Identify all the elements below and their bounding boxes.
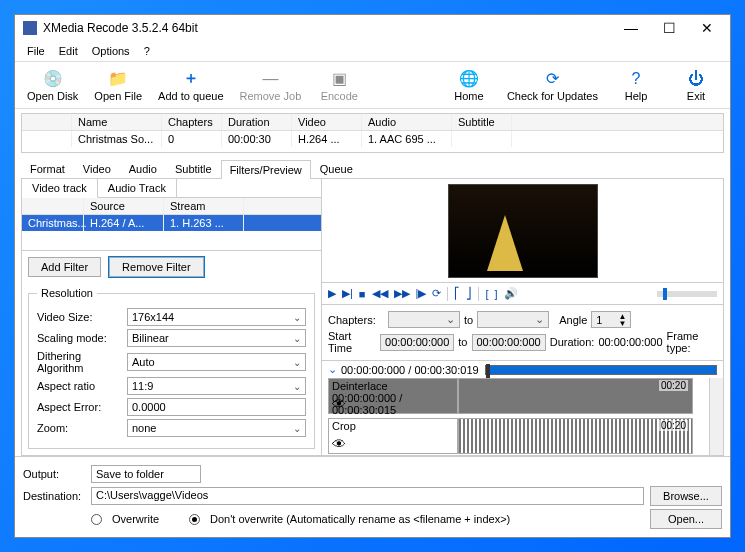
globe-icon: 🌐 xyxy=(459,69,479,89)
aspect-error-field[interactable]: 0.0000 xyxy=(127,398,306,416)
next-frame-icon[interactable]: ▶| xyxy=(342,287,353,300)
volume-icon[interactable]: 🔊 xyxy=(504,287,518,300)
menu-file[interactable]: File xyxy=(21,43,51,59)
minimize-button[interactable]: — xyxy=(612,16,650,40)
angle-spinner[interactable]: 1▲▼ xyxy=(591,311,631,328)
browse-button[interactable]: Browse... xyxy=(650,486,722,506)
clip-track[interactable]: 00:20 xyxy=(458,378,693,414)
encode-button[interactable]: ▣Encode xyxy=(309,64,369,106)
eye-icon: 👁 xyxy=(332,436,346,452)
col-video[interactable]: Video xyxy=(292,114,362,130)
col-chapters[interactable]: Chapters xyxy=(162,114,222,130)
disc-icon: 💿 xyxy=(43,69,63,89)
toolbar: 💿Open Disk 📁Open File ＋Add to queue —Rem… xyxy=(15,61,730,109)
aspect-ratio-select[interactable]: 11:9 xyxy=(127,377,306,395)
tab-subtitle[interactable]: Subtitle xyxy=(166,159,221,178)
track-row[interactable]: Christmas... H.264 / A... 1. H.263 ... xyxy=(22,215,321,231)
end-time-field[interactable]: 00:00:00:000 xyxy=(472,334,546,351)
col-name[interactable]: Name xyxy=(72,114,162,130)
plus-icon: ＋ xyxy=(183,69,199,89)
exit-button[interactable]: ⏻Exit xyxy=(666,64,726,106)
expand-icon[interactable]: ⌄ xyxy=(328,363,337,376)
preview-image xyxy=(448,184,598,278)
rewind-icon[interactable]: ◀◀ xyxy=(372,287,388,300)
duration-value: 00:00:00:000 xyxy=(598,336,662,348)
dont-overwrite-radio[interactable] xyxy=(189,514,200,525)
open-button[interactable]: Open... xyxy=(650,509,722,529)
output-select[interactable]: Save to folder xyxy=(91,465,201,483)
open-file-button[interactable]: 📁Open File xyxy=(86,64,150,106)
col-source[interactable]: Source xyxy=(84,198,164,214)
clip-track[interactable]: 00:20 xyxy=(458,418,693,454)
vertical-scrollbar[interactable] xyxy=(709,378,723,455)
play-icon[interactable]: ▶ xyxy=(328,287,336,300)
subtab-audio-track[interactable]: Audio Track xyxy=(98,179,177,197)
step-icon[interactable]: |▶ xyxy=(416,287,427,300)
start-time-field[interactable]: 00:00:00:000 xyxy=(380,334,454,351)
file-row[interactable]: Christmas So... 0 00:00:30 H.264 ... 1. … xyxy=(22,131,723,147)
close-button[interactable]: ✕ xyxy=(688,16,726,40)
folder-icon: 📁 xyxy=(108,69,128,89)
col-subtitle[interactable]: Subtitle xyxy=(452,114,512,130)
clip-list: Deinterlace00:00:00:000 / 00:00:30:015👁 … xyxy=(322,378,723,455)
frame-type-label: Frame type: xyxy=(667,330,717,354)
chapter-from-select[interactable] xyxy=(388,311,460,328)
menu-help[interactable]: ? xyxy=(138,43,156,59)
add-filter-button[interactable]: Add Filter xyxy=(28,257,101,277)
col-audio[interactable]: Audio xyxy=(362,114,452,130)
clip-crop[interactable]: Crop👁 xyxy=(328,418,458,454)
right-panel: ▶ ▶| ■ ◀◀ ▶▶ |▶ ⟳ ⎡ ⎦ [ ] 🔊 Chapters: xyxy=(322,179,723,455)
left-panel: Video track Audio Track Source Stream Ch… xyxy=(22,179,322,455)
file-grid-header: Name Chapters Duration Video Audio Subti… xyxy=(22,114,723,131)
refresh-icon: ⟳ xyxy=(546,69,559,89)
mark-out-icon[interactable]: ⎦ xyxy=(466,287,472,300)
clip-deinterlace[interactable]: Deinterlace00:00:00:000 / 00:00:30:015👁 xyxy=(328,378,458,414)
subtab-video-track[interactable]: Video track xyxy=(22,179,98,198)
col-stream[interactable]: Stream xyxy=(164,198,244,214)
remove-job-button[interactable]: —Remove Job xyxy=(232,64,310,106)
minus-icon: — xyxy=(262,69,278,89)
remove-filter-button[interactable]: Remove Filter xyxy=(109,257,203,277)
overwrite-radio[interactable] xyxy=(91,514,102,525)
dithering-select[interactable]: Auto xyxy=(127,353,306,371)
meta-rows: Chapters: to Angle 1▲▼ Start Time 00:00:… xyxy=(322,305,723,361)
track-grid: Source Stream Christmas... H.264 / A... … xyxy=(22,198,321,251)
timeline-seek[interactable] xyxy=(485,365,717,375)
help-button[interactable]: ?Help xyxy=(606,64,666,106)
app-window: XMedia Recode 3.5.2.4 64bit — ☐ ✕ File E… xyxy=(14,14,731,538)
video-size-select[interactable]: 176x144 xyxy=(127,308,306,326)
check-updates-button[interactable]: ⟳Check for Updates xyxy=(499,64,606,106)
volume-slider[interactable] xyxy=(657,291,717,297)
bottom-panel: Output: Save to folder Destination: C:\U… xyxy=(15,456,730,537)
forward-icon[interactable]: ▶▶ xyxy=(394,287,410,300)
destination-field[interactable]: C:\Users\vagge\Videos xyxy=(91,487,644,505)
tab-filters-preview[interactable]: Filters/Preview xyxy=(221,160,311,179)
eye-icon: 👁 xyxy=(332,396,346,412)
encode-icon: ▣ xyxy=(332,69,347,89)
help-icon: ? xyxy=(632,69,641,89)
open-disk-button[interactable]: 💿Open Disk xyxy=(19,64,86,106)
tab-format[interactable]: Format xyxy=(21,159,74,178)
tab-video[interactable]: Video xyxy=(74,159,120,178)
chapter-to-select[interactable] xyxy=(477,311,549,328)
resolution-legend: Resolution xyxy=(37,287,97,299)
main-tabs: Format Video Audio Subtitle Filters/Prev… xyxy=(21,159,724,179)
tab-queue[interactable]: Queue xyxy=(311,159,362,178)
file-grid: Name Chapters Duration Video Audio Subti… xyxy=(21,113,724,153)
timeline-position: 00:00:00:000 / 00:00:30:019 xyxy=(341,364,479,376)
menu-options[interactable]: Options xyxy=(86,43,136,59)
menu-edit[interactable]: Edit xyxy=(53,43,84,59)
bracket-left-icon[interactable]: [ xyxy=(485,288,488,300)
loop-icon[interactable]: ⟳ xyxy=(432,287,441,300)
maximize-button[interactable]: ☐ xyxy=(650,16,688,40)
menubar: File Edit Options ? xyxy=(15,41,730,61)
mark-in-icon[interactable]: ⎡ xyxy=(454,287,460,300)
col-duration[interactable]: Duration xyxy=(222,114,292,130)
bracket-right-icon[interactable]: ] xyxy=(494,288,497,300)
stop-icon[interactable]: ■ xyxy=(359,288,366,300)
add-queue-button[interactable]: ＋Add to queue xyxy=(150,64,231,106)
home-button[interactable]: 🌐Home xyxy=(439,64,499,106)
zoom-select[interactable]: none xyxy=(127,419,306,437)
tab-audio[interactable]: Audio xyxy=(120,159,166,178)
scaling-mode-select[interactable]: Bilinear xyxy=(127,329,306,347)
